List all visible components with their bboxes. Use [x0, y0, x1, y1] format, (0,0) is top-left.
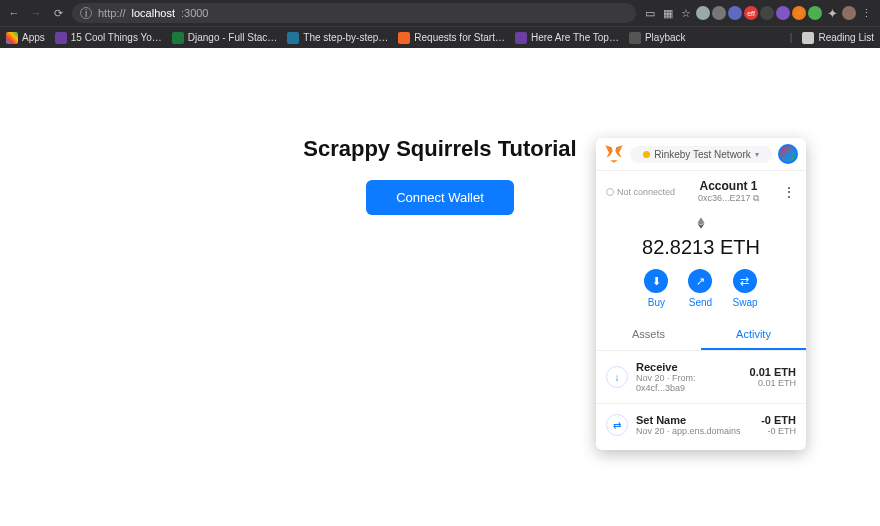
- ext-icon[interactable]: [712, 6, 726, 20]
- account-address[interactable]: 0xc36...E217 ⧉: [698, 193, 759, 204]
- bookmark-item[interactable]: Here Are The Top…: [515, 32, 619, 44]
- account-avatar[interactable]: [778, 144, 798, 164]
- swap-icon: ⇄: [606, 414, 628, 436]
- bookmark-item[interactable]: Django - Full Stac…: [172, 32, 277, 44]
- network-selector[interactable]: Rinkeby Test Network ▾: [630, 146, 772, 163]
- action-row: ⬇Buy ↗Send ⇄Swap: [596, 269, 806, 320]
- tx-title: Receive: [636, 361, 742, 373]
- apps-button[interactable]: Apps: [6, 32, 45, 44]
- eth-icon: [694, 216, 708, 230]
- bookmark-item[interactable]: The step-by-step…: [287, 32, 388, 44]
- bookmark-item[interactable]: Playback: [629, 32, 686, 44]
- bookmark-item[interactable]: 15 Cool Things Yo…: [55, 32, 162, 44]
- star-icon[interactable]: ☆: [678, 5, 694, 21]
- ext-icon[interactable]: [776, 6, 790, 20]
- svg-marker-2: [610, 160, 618, 163]
- connect-wallet-button[interactable]: Connect Wallet: [366, 180, 514, 215]
- tx-title: Set Name: [636, 414, 753, 426]
- chevron-down-icon: ▾: [755, 150, 759, 159]
- tx-amount-sub: -0 ETH: [761, 426, 796, 436]
- tx-amount: 0.01 ETH: [750, 366, 796, 378]
- metamask-popup: Rinkeby Test Network ▾ Not connected Acc…: [596, 138, 806, 450]
- bookmark-item[interactable]: Requests for Start…: [398, 32, 505, 44]
- network-dot-icon: [643, 151, 650, 158]
- copy-icon[interactable]: ⧉: [753, 193, 759, 203]
- tx-sub: Nov 20 · app.ens.domains: [636, 426, 753, 436]
- arrow-up-right-icon: ↗: [688, 269, 712, 293]
- ext-icon[interactable]: [760, 6, 774, 20]
- metamask-header: Rinkeby Test Network ▾: [596, 138, 806, 171]
- tx-amount: -0 ETH: [761, 414, 796, 426]
- extensions-button[interactable]: ✦: [824, 5, 840, 21]
- menu-button[interactable]: ⋮: [858, 5, 874, 21]
- bookmarks-bar: Apps 15 Cool Things Yo… Django - Full St…: [0, 26, 880, 48]
- tabs: Assets Activity: [596, 320, 806, 351]
- reading-list-button[interactable]: Reading List: [802, 32, 874, 44]
- receive-icon: ↓: [606, 366, 628, 388]
- download-icon: ⬇: [644, 269, 668, 293]
- send-button[interactable]: ↗Send: [688, 269, 712, 308]
- buy-button[interactable]: ⬇Buy: [644, 269, 668, 308]
- tab-activity[interactable]: Activity: [701, 320, 806, 350]
- page-content: Scrappy Squirrels Tutorial Connect Walle…: [0, 136, 880, 526]
- browser-chrome: ← → ⟳ i http://localhost:3000 ▭ ▦ ☆ eff …: [0, 0, 880, 48]
- url-scheme: http://: [98, 7, 126, 19]
- swap-icon: ⇄: [733, 269, 757, 293]
- ext-eff-icon[interactable]: eff: [744, 6, 758, 20]
- tab-assets[interactable]: Assets: [596, 320, 701, 350]
- reload-button[interactable]: ⟳: [50, 5, 66, 21]
- tx-sub: Nov 20 · From: 0x4cf...3ba9: [636, 373, 742, 393]
- account-name[interactable]: Account 1: [698, 179, 759, 193]
- qr-icon[interactable]: ▦: [660, 5, 676, 21]
- tx-row[interactable]: ↓ ReceiveNov 20 · From: 0x4cf...3ba9 0.0…: [596, 351, 806, 404]
- forward-button[interactable]: →: [28, 5, 44, 21]
- extensions-row: ▭ ▦ ☆ eff ✦ ⋮: [642, 5, 874, 21]
- tx-row[interactable]: ⇄ Set NameNov 20 · app.ens.domains -0 ET…: [596, 404, 806, 450]
- ext-icon[interactable]: [696, 6, 710, 20]
- account-menu-button[interactable]: ⋮: [782, 184, 796, 200]
- profile-avatar[interactable]: [842, 6, 856, 20]
- info-icon: i: [80, 7, 92, 19]
- back-button[interactable]: ←: [6, 5, 22, 21]
- metamask-ext-icon[interactable]: [792, 6, 806, 20]
- network-label: Rinkeby Test Network: [654, 149, 751, 160]
- connection-status[interactable]: Not connected: [606, 187, 675, 197]
- balance: 82.8213 ETH: [596, 230, 806, 269]
- toolbar: ← → ⟳ i http://localhost:3000 ▭ ▦ ☆ eff …: [0, 0, 880, 26]
- ext-icon[interactable]: [728, 6, 742, 20]
- tx-amount-sub: 0.01 ETH: [750, 378, 796, 388]
- url-port: :3000: [181, 7, 209, 19]
- swap-button[interactable]: ⇄Swap: [732, 269, 757, 308]
- url-bar[interactable]: i http://localhost:3000: [72, 3, 636, 23]
- ext-icon[interactable]: [808, 6, 822, 20]
- url-host: localhost: [132, 7, 175, 19]
- cast-icon[interactable]: ▭: [642, 5, 658, 21]
- metamask-fox-icon: [604, 144, 624, 164]
- account-row: Not connected Account 1 0xc36...E217 ⧉ ⋮: [596, 171, 806, 212]
